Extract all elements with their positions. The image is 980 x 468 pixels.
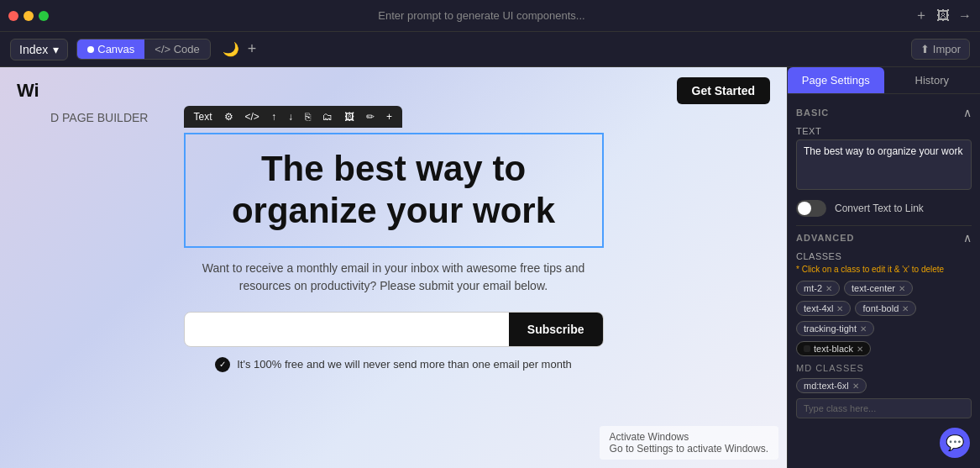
text-textarea[interactable]: The best way to organize your work: [796, 139, 972, 190]
import-button[interactable]: ⬆ Impor: [911, 39, 970, 60]
chevron-down-icon: ▾: [53, 43, 59, 56]
code-label: </> Code: [155, 43, 200, 55]
prompt-placeholder-text: Enter prompt to generate UI components..…: [378, 9, 584, 22]
class-tag-mt2[interactable]: mt-2 ✕: [796, 281, 840, 296]
second-bar: Index ▾ Canvas </> Code 🌙 + ⬆ Impor: [0, 32, 980, 67]
text-block-wrapper: Text ⚙ </> ↑ ↓ ⎘ 🗂 🖼 ✏ + The best way to…: [184, 133, 604, 248]
class-tags-row3: tracking-tight ✕: [796, 321, 972, 336]
convert-link-label: Convert Text to Link: [835, 202, 924, 214]
right-panel: Page Settings History BASIC ∧ TEXT The b…: [787, 67, 980, 468]
activate-windows-overlay: Activate Windows Go to Settings to activ…: [600, 426, 778, 460]
md-classes-label: MD CLASSES: [796, 363, 972, 373]
free-note-row: ✓ It's 100% free and we will never send …: [215, 357, 571, 372]
window-control-yellow[interactable]: [24, 11, 34, 21]
remove-text-black-icon[interactable]: ✕: [857, 344, 863, 354]
remove-font-bold-icon[interactable]: ✕: [902, 304, 909, 313]
color-dot-black: [804, 345, 810, 352]
dark-mode-icon[interactable]: 🌙: [223, 41, 239, 57]
class-tag-md-text6xl[interactable]: md:text-6xl ✕: [796, 378, 867, 393]
text-field-container: TEXT The best way to organize your work: [796, 126, 972, 193]
tab-page-settings[interactable]: Page Settings: [788, 67, 884, 93]
text-toolbar: Text ⚙ </> ↑ ↓ ⎘ 🗂 🖼 ✏ +: [184, 106, 402, 128]
class-tags-row4: text-black ✕: [796, 341, 972, 356]
class-tag-text-center[interactable]: text-center ✕: [844, 281, 913, 296]
subtitle-text: Want to receive a monthly email in your …: [184, 260, 604, 295]
convert-link-row: Convert Text to Link: [796, 200, 972, 217]
remove-mt2-icon[interactable]: ✕: [825, 284, 832, 293]
convert-link-toggle[interactable]: [796, 200, 826, 217]
canvas-toggle[interactable]: Canvas: [77, 39, 144, 59]
view-toggle-group: Canvas </> Code: [76, 39, 211, 60]
type-class-input[interactable]: Type class here...: [796, 398, 972, 418]
remove-text4xl-icon[interactable]: ✕: [836, 304, 843, 313]
toolbar-image-icon[interactable]: 🖼: [341, 109, 358, 124]
activate-windows-sub: Go to Settings to activate Windows.: [610, 443, 768, 455]
class-tags-row2: text-4xl ✕ font-bold ✕: [796, 301, 972, 316]
chat-bubble[interactable]: 💬: [940, 428, 970, 458]
logo: Wi: [17, 80, 39, 102]
toolbar-settings-icon[interactable]: ⚙: [221, 109, 237, 124]
top-right-icons: ＋ 🖼 →: [914, 7, 972, 24]
toolbar-code-icon[interactable]: </>: [242, 109, 263, 124]
checkmark-icon: ✓: [215, 357, 230, 372]
index-label: Index: [19, 43, 48, 56]
canvas-label: Canvas: [97, 43, 134, 55]
main-content: Wi Get Started D PAGE BUILDER Text ⚙ </>…: [0, 67, 980, 468]
toolbar-copy-icon[interactable]: ⎘: [301, 109, 314, 124]
class-tags-row1: mt-2 ✕ text-center ✕: [796, 281, 972, 296]
code-toggle[interactable]: </> Code: [144, 39, 210, 59]
toolbar-edit-icon[interactable]: ✏: [363, 109, 378, 124]
page-builder-label: D PAGE BUILDER: [0, 111, 148, 124]
toggle-knob: [798, 202, 811, 215]
class-tag-tracking-tight[interactable]: tracking-tight ✕: [796, 321, 874, 336]
plus-icon[interactable]: ＋: [914, 7, 928, 24]
toolbar-text-label[interactable]: Text: [191, 109, 216, 124]
advanced-section-title: ADVANCED: [796, 233, 855, 243]
panel-tabs: Page Settings History: [788, 67, 980, 94]
top-bar: Enter prompt to generate UI components..…: [0, 0, 980, 32]
activate-windows-title: Activate Windows: [610, 431, 768, 443]
md-class-tags: md:text-6xl ✕: [796, 378, 972, 393]
remove-md-text6xl-icon[interactable]: ✕: [852, 381, 859, 391]
window-controls: [8, 11, 49, 21]
type-class-placeholder: Type class here...: [804, 403, 876, 413]
text-block[interactable]: The best way to organize your work: [184, 133, 604, 248]
canvas-dot: [87, 46, 94, 53]
classes-label: CLASSES: [796, 251, 972, 261]
index-select[interactable]: Index ▾: [10, 39, 68, 60]
class-tag-text4xl[interactable]: text-4xl ✕: [796, 301, 851, 316]
window-control-green[interactable]: [39, 11, 49, 21]
add-tab-icon[interactable]: +: [248, 40, 257, 58]
tab-history[interactable]: History: [884, 67, 981, 93]
remove-text-center-icon[interactable]: ✕: [899, 284, 905, 293]
main-heading: The best way to organize your work: [202, 148, 585, 233]
basic-collapse-icon[interactable]: ∧: [963, 106, 972, 119]
toolbar-duplicate-icon[interactable]: 🗂: [319, 109, 336, 124]
basic-section-title: BASIC: [796, 108, 829, 118]
arrow-icon[interactable]: →: [958, 8, 972, 24]
divider-1: [796, 225, 972, 226]
subscribe-row: Subscribe: [184, 312, 604, 347]
advanced-section-header: ADVANCED ∧: [796, 231, 972, 245]
toolbar-add-icon[interactable]: +: [383, 109, 396, 124]
free-note-text: It's 100% free and we will never send mo…: [237, 358, 571, 371]
window-control-red[interactable]: [8, 11, 18, 21]
prompt-area: Enter prompt to generate UI components..…: [55, 9, 908, 22]
subscribe-button[interactable]: Subscribe: [509, 313, 603, 346]
advanced-section: ADVANCED ∧ CLASSES * Click on a class to…: [796, 231, 972, 418]
classes-hint: * Click on a class to edit it & 'x' to d…: [796, 265, 972, 274]
canvas-area: Wi Get Started D PAGE BUILDER Text ⚙ </>…: [0, 67, 787, 468]
get-started-button[interactable]: Get Started: [677, 77, 770, 104]
panel-body: BASIC ∧ TEXT The best way to organize yo…: [788, 94, 980, 468]
remove-tracking-tight-icon[interactable]: ✕: [860, 324, 867, 334]
advanced-collapse-icon[interactable]: ∧: [963, 231, 972, 245]
email-input[interactable]: [185, 313, 509, 346]
basic-section-header: BASIC ∧: [796, 106, 972, 119]
toolbar-up-icon[interactable]: ↑: [268, 109, 280, 124]
class-tag-text-black[interactable]: text-black ✕: [796, 341, 871, 356]
image-icon[interactable]: 🖼: [936, 8, 950, 24]
toolbar-down-icon[interactable]: ↓: [285, 109, 296, 124]
class-tag-font-bold[interactable]: font-bold ✕: [855, 301, 916, 316]
text-field-label: TEXT: [796, 126, 972, 136]
